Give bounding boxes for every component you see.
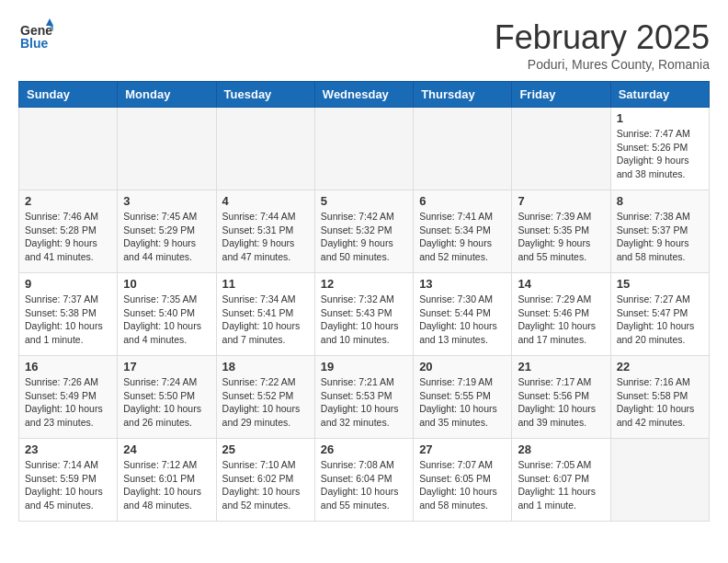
table-row — [314, 108, 413, 190]
table-row: 25Sunrise: 7:10 AM Sunset: 6:02 PM Dayli… — [216, 439, 314, 522]
table-row: 2Sunrise: 7:46 AM Sunset: 5:28 PM Daylig… — [19, 190, 118, 273]
table-row: 13Sunrise: 7:30 AM Sunset: 5:44 PM Dayli… — [414, 273, 512, 356]
day-number: 21 — [518, 360, 604, 373]
calendar-week-row: 23Sunrise: 7:14 AM Sunset: 5:59 PM Dayli… — [19, 439, 710, 522]
header-sunday: Sunday — [19, 82, 118, 108]
day-number: 14 — [518, 277, 604, 291]
calendar-table: Sunday Monday Tuesday Wednesday Thursday… — [18, 81, 710, 522]
day-number: 10 — [123, 277, 210, 291]
table-row: 24Sunrise: 7:12 AM Sunset: 6:01 PM Dayli… — [118, 439, 216, 522]
day-info: Sunrise: 7:27 AM Sunset: 5:47 PM Dayligh… — [617, 293, 703, 347]
calendar-subtitle: Poduri, Mures County, Romania — [495, 57, 710, 72]
table-row: 17Sunrise: 7:24 AM Sunset: 5:50 PM Dayli… — [118, 356, 216, 439]
day-number: 8 — [617, 194, 703, 208]
day-info: Sunrise: 7:45 AM Sunset: 5:29 PM Dayligh… — [123, 210, 210, 264]
calendar-week-row: 9Sunrise: 7:37 AM Sunset: 5:38 PM Daylig… — [19, 273, 710, 356]
day-number: 6 — [419, 194, 506, 208]
logo-icon: General Blue — [18, 18, 53, 57]
day-info: Sunrise: 7:21 AM Sunset: 5:53 PM Dayligh… — [321, 375, 407, 430]
header-monday: Monday — [118, 82, 216, 108]
day-number: 3 — [123, 194, 210, 208]
day-number: 18 — [222, 360, 309, 373]
header-saturday: Saturday — [610, 82, 709, 108]
day-info: Sunrise: 7:46 AM Sunset: 5:28 PM Dayligh… — [25, 210, 111, 264]
day-number: 22 — [617, 360, 703, 373]
table-row: 22Sunrise: 7:16 AM Sunset: 5:58 PM Dayli… — [610, 356, 709, 439]
day-info: Sunrise: 7:44 AM Sunset: 5:31 PM Dayligh… — [222, 210, 309, 264]
day-info: Sunrise: 7:26 AM Sunset: 5:49 PM Dayligh… — [25, 375, 111, 430]
day-number: 9 — [25, 277, 111, 291]
header-tuesday: Tuesday — [216, 82, 314, 108]
day-number: 5 — [321, 194, 407, 208]
day-info: Sunrise: 7:17 AM Sunset: 5:56 PM Dayligh… — [518, 375, 604, 430]
day-info: Sunrise: 7:05 AM Sunset: 6:07 PM Dayligh… — [518, 458, 604, 512]
table-row — [216, 108, 314, 190]
day-info: Sunrise: 7:37 AM Sunset: 5:38 PM Dayligh… — [25, 293, 111, 347]
table-row — [610, 439, 709, 522]
table-row: 9Sunrise: 7:37 AM Sunset: 5:38 PM Daylig… — [19, 273, 118, 356]
day-number: 2 — [25, 194, 111, 208]
day-number: 4 — [222, 194, 309, 208]
day-info: Sunrise: 7:34 AM Sunset: 5:41 PM Dayligh… — [222, 293, 309, 347]
day-number: 19 — [321, 360, 407, 373]
header: General Blue February 2025 Poduri, Mures… — [18, 18, 710, 72]
header-wednesday: Wednesday — [314, 82, 413, 108]
table-row — [512, 108, 610, 190]
day-number: 24 — [123, 442, 210, 456]
table-row: 21Sunrise: 7:17 AM Sunset: 5:56 PM Dayli… — [512, 356, 610, 439]
table-row: 12Sunrise: 7:32 AM Sunset: 5:43 PM Dayli… — [314, 273, 413, 356]
table-row: 3Sunrise: 7:45 AM Sunset: 5:29 PM Daylig… — [118, 190, 216, 273]
table-row: 27Sunrise: 7:07 AM Sunset: 6:05 PM Dayli… — [414, 439, 512, 522]
day-number: 12 — [321, 277, 407, 291]
day-info: Sunrise: 7:24 AM Sunset: 5:50 PM Dayligh… — [123, 375, 210, 430]
calendar-week-row: 2Sunrise: 7:46 AM Sunset: 5:28 PM Daylig… — [19, 190, 710, 273]
svg-marker-2 — [46, 18, 53, 26]
table-row: 19Sunrise: 7:21 AM Sunset: 5:53 PM Dayli… — [314, 356, 413, 439]
day-info: Sunrise: 7:41 AM Sunset: 5:34 PM Dayligh… — [419, 210, 506, 264]
day-info: Sunrise: 7:07 AM Sunset: 6:05 PM Dayligh… — [419, 458, 506, 512]
day-info: Sunrise: 7:35 AM Sunset: 5:40 PM Dayligh… — [123, 293, 210, 347]
day-info: Sunrise: 7:30 AM Sunset: 5:44 PM Dayligh… — [419, 293, 506, 347]
header-thursday: Thursday — [414, 82, 512, 108]
day-number: 23 — [25, 442, 111, 456]
day-info: Sunrise: 7:39 AM Sunset: 5:35 PM Dayligh… — [518, 210, 604, 264]
day-info: Sunrise: 7:14 AM Sunset: 5:59 PM Dayligh… — [25, 458, 111, 512]
day-info: Sunrise: 7:16 AM Sunset: 5:58 PM Dayligh… — [617, 375, 703, 430]
day-number: 20 — [419, 360, 506, 373]
table-row: 10Sunrise: 7:35 AM Sunset: 5:40 PM Dayli… — [118, 273, 216, 356]
day-info: Sunrise: 7:12 AM Sunset: 6:01 PM Dayligh… — [123, 458, 210, 512]
day-info: Sunrise: 7:22 AM Sunset: 5:52 PM Dayligh… — [222, 375, 309, 430]
logo: General Blue — [18, 18, 53, 57]
day-number: 17 — [123, 360, 210, 373]
table-row: 15Sunrise: 7:27 AM Sunset: 5:47 PM Dayli… — [610, 273, 709, 356]
table-row: 6Sunrise: 7:41 AM Sunset: 5:34 PM Daylig… — [414, 190, 512, 273]
day-number: 27 — [419, 442, 506, 456]
day-info: Sunrise: 7:10 AM Sunset: 6:02 PM Dayligh… — [222, 458, 309, 512]
table-row: 26Sunrise: 7:08 AM Sunset: 6:04 PM Dayli… — [314, 439, 413, 522]
day-number: 13 — [419, 277, 506, 291]
table-row — [414, 108, 512, 190]
header-friday: Friday — [512, 82, 610, 108]
table-row: 5Sunrise: 7:42 AM Sunset: 5:32 PM Daylig… — [314, 190, 413, 273]
table-row: 23Sunrise: 7:14 AM Sunset: 5:59 PM Dayli… — [19, 439, 118, 522]
svg-text:Blue: Blue — [20, 36, 49, 51]
calendar-week-row: 1Sunrise: 7:47 AM Sunset: 5:26 PM Daylig… — [19, 108, 710, 190]
table-row: 8Sunrise: 7:38 AM Sunset: 5:37 PM Daylig… — [610, 190, 709, 273]
day-number: 16 — [25, 360, 111, 373]
table-row: 16Sunrise: 7:26 AM Sunset: 5:49 PM Dayli… — [19, 356, 118, 439]
table-row: 1Sunrise: 7:47 AM Sunset: 5:26 PM Daylig… — [610, 108, 709, 190]
day-info: Sunrise: 7:47 AM Sunset: 5:26 PM Dayligh… — [617, 127, 703, 181]
table-row — [19, 108, 118, 190]
day-number: 15 — [617, 277, 703, 291]
day-info: Sunrise: 7:42 AM Sunset: 5:32 PM Dayligh… — [321, 210, 407, 264]
day-info: Sunrise: 7:08 AM Sunset: 6:04 PM Dayligh… — [321, 458, 407, 512]
weekday-header-row: Sunday Monday Tuesday Wednesday Thursday… — [19, 82, 710, 108]
title-section: February 2025 Poduri, Mures County, Roma… — [495, 18, 710, 72]
day-number: 7 — [518, 194, 604, 208]
day-number: 1 — [617, 111, 703, 125]
table-row: 11Sunrise: 7:34 AM Sunset: 5:41 PM Dayli… — [216, 273, 314, 356]
calendar-title: February 2025 — [495, 18, 710, 57]
table-row: 14Sunrise: 7:29 AM Sunset: 5:46 PM Dayli… — [512, 273, 610, 356]
day-number: 25 — [222, 442, 309, 456]
day-number: 28 — [518, 442, 604, 456]
